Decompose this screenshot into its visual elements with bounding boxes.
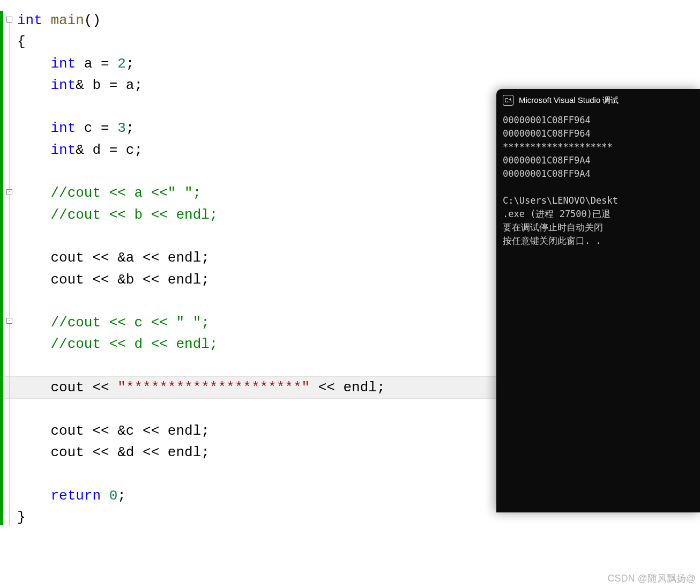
fold-toggle-icon[interactable]: - (6, 17, 12, 23)
code-token: << endl; (310, 379, 385, 396)
code-line[interactable]: cout << "*********************" << endl; (17, 377, 385, 398)
code-token: 3 (117, 120, 126, 136)
code-token: int (50, 120, 76, 136)
code-token (17, 120, 50, 136)
code-line[interactable]: //cout << c << " "; (17, 312, 385, 333)
code-token: & b = a; (76, 77, 143, 93)
code-token: int (50, 77, 76, 93)
code-line[interactable]: //cout << a <<" "; (17, 182, 385, 204)
code-token: 0 (109, 488, 118, 504)
code-line[interactable]: //cout << d << endl; (17, 333, 385, 355)
console-icon: C:\ (503, 95, 513, 106)
code-token: cout << &b << endl; (17, 272, 210, 288)
code-token: int (50, 142, 76, 158)
code-line[interactable] (17, 291, 385, 312)
code-token: cout << &a << endl; (17, 250, 210, 266)
code-line[interactable]: { (17, 31, 385, 53)
code-token (42, 12, 51, 28)
code-line[interactable] (17, 96, 385, 117)
code-line[interactable]: int& d = c; (17, 139, 385, 161)
code-token: cout << &c << endl; (17, 423, 210, 439)
code-token: //cout << b << endl; (50, 207, 218, 223)
code-token (17, 207, 50, 223)
code-token (101, 488, 109, 504)
code-token (17, 336, 50, 352)
code-line[interactable]: int main() (17, 10, 385, 31)
code-line[interactable]: int a = 2; (17, 53, 385, 75)
code-line[interactable] (17, 463, 385, 485)
debug-console-window[interactable]: C:\ Microsoft Visual Studio 调试 00000001C… (496, 89, 700, 512)
code-line[interactable]: cout << &c << endl; (17, 420, 385, 442)
code-token (17, 56, 50, 72)
code-token: c = (76, 120, 117, 136)
code-token: cout << &d << endl; (17, 444, 210, 460)
code-token: int (17, 12, 42, 28)
code-token: cout << (17, 379, 117, 396)
code-token: ; (117, 488, 126, 504)
code-line[interactable] (17, 355, 385, 377)
editor-gutter: --- (0, 0, 16, 588)
code-line[interactable] (17, 398, 385, 420)
watermark: CSDN @随风飘扬@ (607, 572, 696, 585)
code-token: } (17, 509, 26, 525)
code-token (17, 77, 50, 93)
code-token: //cout << a <<" "; (50, 185, 201, 201)
code-token: & d = c; (76, 142, 143, 158)
code-content[interactable]: int main(){ int a = 2; int& b = a; int c… (17, 10, 385, 528)
code-line[interactable] (17, 226, 385, 247)
fold-toggle-icon[interactable]: - (6, 189, 12, 195)
code-token: return (50, 488, 101, 504)
code-line[interactable]: //cout << b << endl; (17, 204, 385, 226)
code-token: //cout << c << " "; (50, 315, 209, 331)
code-line[interactable]: } (17, 507, 385, 528)
code-line[interactable] (17, 161, 385, 182)
code-line[interactable]: int& b = a; (17, 75, 385, 96)
console-output: 00000001C08FF964 00000001C08FF964 ******… (496, 111, 700, 250)
code-token: main (50, 12, 84, 28)
fold-guide-line (9, 23, 10, 526)
code-token: "*********************" (117, 379, 310, 396)
code-token (17, 185, 50, 201)
code-token: ; (126, 56, 135, 72)
code-token: 2 (117, 56, 126, 72)
code-token: a = (76, 56, 117, 72)
code-line[interactable]: return 0; (17, 485, 385, 507)
code-token (17, 142, 50, 158)
change-indicator-bar (0, 11, 3, 525)
code-line[interactable]: cout << &b << endl; (17, 269, 385, 291)
code-line[interactable]: cout << &a << endl; (17, 247, 385, 269)
console-titlebar[interactable]: C:\ Microsoft Visual Studio 调试 (496, 89, 700, 111)
code-token: () (84, 12, 101, 28)
code-token: //cout << d << endl; (50, 336, 218, 352)
console-title: Microsoft Visual Studio 调试 (519, 95, 619, 106)
code-line[interactable]: int c = 3; (17, 117, 385, 139)
code-token: { (17, 34, 26, 50)
code-line[interactable]: cout << &d << endl; (17, 442, 385, 463)
fold-toggle-icon[interactable]: - (6, 318, 12, 324)
code-token: int (50, 56, 76, 72)
code-token (17, 315, 50, 331)
code-token (17, 488, 50, 504)
code-token: ; (126, 120, 135, 136)
